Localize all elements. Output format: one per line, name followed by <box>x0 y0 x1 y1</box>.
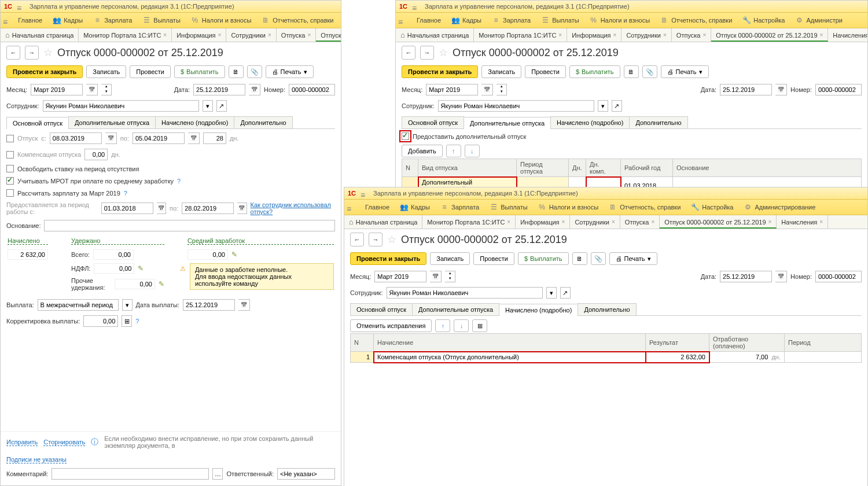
menu-taxes[interactable]: %Налоги и взносы <box>191 16 252 24</box>
number-input[interactable] <box>815 271 862 282</box>
month-spinner[interactable]: ▲▼ <box>496 84 507 95</box>
menu-admin[interactable]: ⚙Администри <box>795 16 842 24</box>
menu-toggle-icon[interactable] <box>398 17 406 23</box>
link-how-used[interactable]: Как сотрудник использовал отпуск? <box>251 201 336 215</box>
calendar-icon[interactable] <box>430 271 442 282</box>
star-icon[interactable]: ☆ <box>387 233 396 246</box>
payout-dropdown[interactable]: ▾ <box>122 299 133 311</box>
tab-monitor[interactable]: Монитор Портала 1С:ИТС× <box>79 28 172 42</box>
tab-info[interactable]: Информация× <box>516 215 570 229</box>
btn-save[interactable]: Записать <box>86 65 126 78</box>
menu-salary[interactable]: ≡Зарплата <box>93 16 132 24</box>
btn-doc-icon[interactable]: 🗎 <box>624 65 639 78</box>
calendar-icon[interactable] <box>775 271 787 282</box>
month-input[interactable] <box>374 271 426 282</box>
menu-salary[interactable]: ≡Зарплата <box>492 16 531 24</box>
employee-open[interactable]: ↗ <box>560 287 571 299</box>
btn-post[interactable]: Провести <box>473 252 514 265</box>
btn-attach-icon[interactable]: 📎 <box>642 65 657 78</box>
menu-toggle-icon[interactable] <box>347 204 355 210</box>
calendar-icon[interactable] <box>86 84 98 95</box>
employee-open[interactable]: ↗ <box>216 100 227 112</box>
btn-post-close[interactable]: Провести и закрыть <box>402 65 478 78</box>
comment-expand[interactable]: … <box>212 468 223 480</box>
btn-doc-icon[interactable]: 🗎 <box>572 252 587 265</box>
tab-doc[interactable]: Отпуск 0000-000002 от 25.12.2019× <box>316 28 341 42</box>
calendar-icon[interactable] <box>105 132 117 144</box>
tab-vacations[interactable]: Отпуска× <box>277 28 316 42</box>
tab-employees[interactable]: Сотрудники× <box>226 28 276 42</box>
subtab-accrued[interactable]: Начислено (подробно) <box>155 116 234 128</box>
btn-pay[interactable]: Выплатить <box>518 252 569 265</box>
subtab-extra-vac[interactable]: Дополнительные отпуска <box>412 303 499 315</box>
chk-calc-salary[interactable] <box>6 189 14 197</box>
tab-doc[interactable]: Отпуск 0000-000002 от 25.12.2019× <box>660 215 777 229</box>
tab-accruals[interactable]: Начисления× <box>777 215 828 229</box>
menu-payments[interactable]: ☰Выплаты <box>142 16 180 24</box>
btn-cancel-fix[interactable]: Отменить исправления <box>350 319 432 332</box>
chk-compensation[interactable] <box>6 151 14 159</box>
date-input[interactable] <box>720 84 772 95</box>
menu-admin[interactable]: ⚙Администрирование <box>744 203 815 211</box>
nav-back[interactable]: ← <box>402 46 415 60</box>
employee-open[interactable]: ↗ <box>612 100 622 112</box>
nav-fwd[interactable]: → <box>25 46 39 60</box>
subtab-extra-vac[interactable]: Дополнительные отпуска <box>68 116 156 128</box>
table-row[interactable]: 1 Компенсация отпуска (Отпуск дополнител… <box>351 352 862 363</box>
tab-info[interactable]: Информация× <box>172 28 226 42</box>
subtab-extra[interactable]: Дополнительно <box>629 116 687 128</box>
link-reverse[interactable]: Сторнировать <box>43 439 85 446</box>
btn-print[interactable]: 🖨 Печать ▾ <box>661 65 709 78</box>
tab-vacations[interactable]: Отпуска× <box>672 28 711 42</box>
payout-date[interactable] <box>183 299 235 311</box>
tab-monitor[interactable]: Монитор Портала 1С:ИТС× <box>474 28 567 42</box>
btn-up-icon[interactable]: ↑ <box>446 145 461 157</box>
help-icon[interactable]: ? <box>124 190 127 197</box>
month-spinner[interactable]: ▲▼ <box>101 84 112 95</box>
btn-post[interactable]: Провести <box>130 65 171 78</box>
employee-dropdown[interactable]: ▾ <box>203 100 213 112</box>
month-input[interactable] <box>426 84 478 95</box>
number-input[interactable] <box>815 84 862 95</box>
tab-home[interactable]: Начальная страница <box>1 28 79 42</box>
subtab-extra[interactable]: Дополнительно <box>234 116 292 128</box>
employee-input[interactable] <box>43 100 199 112</box>
tab-employees[interactable]: Сотрудники× <box>570 215 620 229</box>
date-input[interactable] <box>193 84 245 95</box>
btn-pay[interactable]: Выплатить <box>569 65 620 78</box>
btn-post-close[interactable]: Провести и закрыть <box>6 65 83 78</box>
tab-doc[interactable]: Отпуск 0000-000002 от 25.12.2019× <box>711 28 828 42</box>
tab-monitor[interactable]: Монитор Портала 1С:ИТС× <box>422 215 516 229</box>
chk-vacation[interactable] <box>6 135 14 142</box>
star-icon[interactable]: ☆ <box>43 46 53 59</box>
btn-post-close[interactable]: Провести и закрыть <box>350 252 426 265</box>
reason-input[interactable] <box>44 220 335 231</box>
tab-home[interactable]: Начальная страница <box>344 215 422 229</box>
edit-icon[interactable]: ✎ <box>138 264 144 273</box>
subtab-accrued[interactable]: Начислено (подробно) <box>499 304 578 316</box>
employee-dropdown[interactable]: ▾ <box>598 100 608 112</box>
btn-down-icon[interactable]: ↓ <box>465 145 480 157</box>
menu-payments[interactable]: ☰Выплаты <box>541 16 579 24</box>
tab-vacations[interactable]: Отпуска× <box>620 215 660 229</box>
btn-print[interactable]: 🖨 Печать ▾ <box>266 65 314 78</box>
subtab-extra[interactable]: Дополнительно <box>578 303 636 315</box>
tab-home[interactable]: Начальная страница <box>396 28 474 42</box>
calc-icon[interactable]: ⊞ <box>122 315 132 327</box>
calendar-icon[interactable] <box>188 132 200 144</box>
subtab-extra-vac[interactable]: Дополнительные отпуска <box>464 117 551 129</box>
calendar-icon[interactable] <box>157 203 166 214</box>
btn-cols-icon[interactable]: ⊞ <box>472 319 487 332</box>
btn-add[interactable]: Добавить <box>402 145 443 157</box>
payout-select[interactable] <box>38 299 119 311</box>
btn-up-icon[interactable]: ↑ <box>435 319 450 332</box>
tab-employees[interactable]: Сотрудники× <box>621 28 671 42</box>
menu-reports[interactable]: 🗎Отчетность, справки <box>609 203 681 211</box>
help-icon[interactable]: ? <box>135 318 139 325</box>
responsible-input[interactable] <box>277 468 335 480</box>
hamburger-icon[interactable] <box>361 190 369 196</box>
btn-post[interactable]: Провести <box>525 65 566 78</box>
employee-dropdown[interactable]: ▾ <box>546 287 557 299</box>
menu-reports[interactable]: 🗎Отчетность, справки <box>660 16 732 24</box>
menu-taxes[interactable]: %Налоги и взносы <box>590 16 650 24</box>
